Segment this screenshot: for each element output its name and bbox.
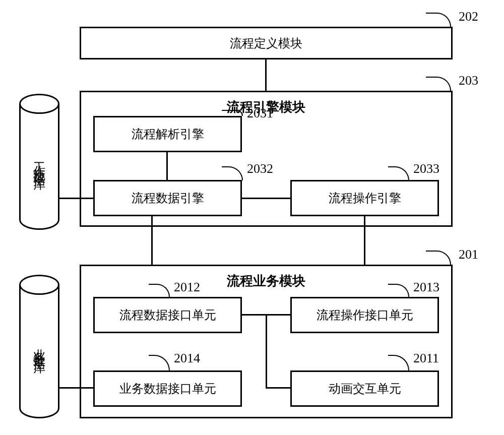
connector-bus-vertical <box>266 314 267 389</box>
business-data-if-label: 业务数据接口单元 <box>119 381 216 397</box>
animation-interaction-unit: 动画交互单元 <box>290 370 439 407</box>
leader-2031 <box>222 110 243 116</box>
label-2012: 2012 <box>174 280 200 295</box>
process-definition-module: 流程定义模块 <box>80 27 453 59</box>
connector-202-203 <box>265 59 267 91</box>
process-operation-engine: 流程操作引擎 <box>290 180 439 216</box>
parse-engine-label: 流程解析引擎 <box>132 126 204 142</box>
label-201: 201 <box>459 247 478 262</box>
diagram-canvas: 流程定义模块 202 流程引擎模块 203 流程解析引擎 2031 流程数据引擎… <box>0 0 504 435</box>
connector-businessdb-module <box>59 387 93 389</box>
business-data-interface-unit: 业务数据接口单元 <box>93 370 242 407</box>
process-op-if-label: 流程操作接口单元 <box>317 307 413 323</box>
connector-bus-to-2011 <box>266 387 290 389</box>
label-2014: 2014 <box>174 351 200 366</box>
process-data-if-label: 流程数据接口单元 <box>119 307 216 323</box>
leader-202 <box>426 13 451 27</box>
leader-201 <box>426 251 451 265</box>
business-db-label: 业务数据库 <box>31 339 47 354</box>
process-op-interface-unit: 流程操作接口单元 <box>290 297 439 333</box>
label-2011: 2011 <box>413 351 439 366</box>
label-2031: 2031 <box>247 106 273 121</box>
process-parse-engine: 流程解析引擎 <box>93 116 242 152</box>
process-data-engine: 流程数据引擎 <box>93 180 242 216</box>
animation-unit-label: 动画交互单元 <box>329 381 401 397</box>
connector-2032-2033 <box>242 198 290 199</box>
workflow-database-cylinder: 工作流数据库 <box>19 94 59 230</box>
label-2033: 2033 <box>413 161 439 176</box>
process-definition-label: 流程定义模块 <box>230 35 302 51</box>
connector-workflowdb-engine <box>59 198 93 199</box>
op-engine-label: 流程操作引擎 <box>329 190 401 206</box>
label-202: 202 <box>459 9 478 24</box>
label-2013: 2013 <box>413 280 439 295</box>
leader-203 <box>426 77 451 91</box>
data-engine-label: 流程数据引擎 <box>132 190 204 206</box>
workflow-db-label: 工作流数据库 <box>31 153 47 171</box>
process-data-interface-unit: 流程数据接口单元 <box>93 297 242 333</box>
business-database-cylinder: 业务数据库 <box>19 275 59 418</box>
label-2032: 2032 <box>247 161 273 176</box>
label-203: 203 <box>459 73 478 88</box>
connector-2031-2032 <box>166 152 168 180</box>
